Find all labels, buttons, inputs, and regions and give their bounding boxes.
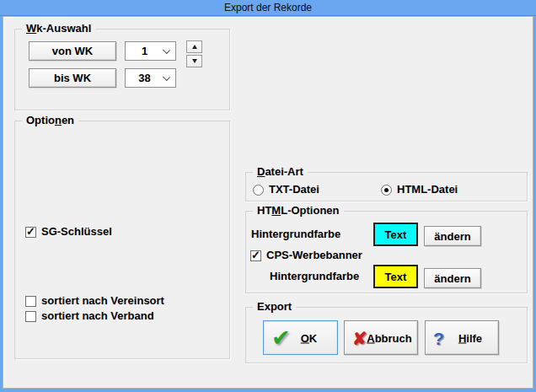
sg-schluessel-label: SG-Schlüssel — [41, 226, 112, 238]
group-optionen: Optionen SG-Schlüssel sortiert nach Vere… — [14, 121, 230, 359]
group-label-export: Export — [253, 300, 296, 314]
titlebar[interactable]: Export der Rekorde — [0, 0, 536, 16]
sg-schluessel-checkbox-row[interactable]: SG-Schlüssel — [25, 226, 112, 238]
aendern-button-2[interactable]: ändern — [424, 268, 481, 288]
hilfe-button-label: Hilfe — [446, 331, 495, 344]
cps-werbebanner-label: CPS-Werbebanner — [266, 250, 362, 261]
sortiert-verband-checkbox[interactable] — [25, 311, 36, 322]
sortiert-verband-checkbox-row[interactable]: sortiert nach Verband — [25, 310, 154, 322]
hintergrundfarbe-label-1: Hintergrundfarbe — [251, 228, 340, 240]
export-dialog-window: Export der Rekorde Wk-Auswahl von WK 1 b… — [0, 0, 536, 392]
sortiert-vereinsort-label: sortiert nach Vereinsort — [41, 295, 164, 307]
group-label-html-optionen: HTML-Optionen — [253, 204, 344, 217]
html-datei-radio-row[interactable]: HTML-Datei — [381, 184, 458, 196]
sortiert-verband-label: sortiert nach Verband — [41, 310, 154, 322]
txt-datei-radio[interactable] — [253, 185, 264, 196]
cps-werbebanner-checkbox[interactable] — [250, 250, 261, 261]
sortiert-vereinsort-checkbox-row[interactable]: sortiert nach Vereinsort — [25, 295, 164, 307]
window-title: Export der Rekorde — [224, 2, 312, 13]
ok-button[interactable]: ✔ OK — [263, 320, 338, 355]
group-label-optionen: Optionen — [22, 114, 78, 127]
group-label-wk-auswahl: Wk-Auswahl — [22, 22, 95, 35]
hintergrundfarbe-row-1: Hintergrundfarbe — [251, 228, 340, 240]
question-mark-icon: ? — [433, 329, 444, 346]
down-arrow-icon — [192, 59, 197, 63]
spinner-up-button[interactable] — [186, 40, 202, 53]
abbruch-button[interactable]: ✘ Abbruch — [344, 320, 418, 355]
abbruch-button-label: Abbruch — [365, 331, 414, 344]
txt-datei-label: TXT-Datei — [269, 184, 319, 196]
hintergrundfarbe-swatch-2: Text — [373, 265, 418, 288]
bis-wk-button[interactable]: bis WK — [29, 68, 116, 88]
hilfe-button[interactable]: ? Hilfe — [425, 320, 499, 355]
ok-button-label: OK — [284, 331, 334, 344]
hintergrundfarbe-label-2: Hintergrundfarbe — [270, 271, 359, 282]
group-datei-art: Datei-Art TXT-Datei HTML-Datei — [245, 172, 528, 201]
aendern-button-1[interactable]: ändern — [424, 226, 481, 246]
html-datei-radio[interactable] — [381, 185, 392, 196]
sg-schluessel-checkbox[interactable] — [25, 227, 36, 238]
dialog-body: Wk-Auswahl von WK 1 bis WK 38 Optionen S… — [3, 16, 533, 389]
sortiert-vereinsort-checkbox[interactable] — [25, 296, 36, 307]
wk-spinner — [186, 40, 202, 67]
von-wk-select[interactable]: 1 — [125, 41, 176, 61]
hintergrundfarbe-row-2: Hintergrundfarbe — [270, 271, 359, 282]
group-label-datei-art: Datei-Art — [253, 165, 308, 179]
cps-werbebanner-checkbox-row[interactable]: CPS-Werbebanner — [250, 250, 362, 261]
von-wk-button[interactable]: von WK — [29, 41, 116, 61]
group-wk-auswahl: Wk-Auswahl von WK 1 bis WK 38 — [14, 29, 230, 110]
group-export: Export ✔ OK ✘ Abbruch ? Hilfe — [245, 307, 528, 363]
html-datei-label: HTML-Datei — [397, 184, 458, 196]
txt-datei-radio-row[interactable]: TXT-Datei — [253, 184, 319, 196]
bis-wk-select[interactable]: 38 — [125, 68, 176, 88]
group-html-optionen: HTML-Optionen Hintergrundfarbe Text ände… — [245, 211, 528, 293]
hintergrundfarbe-swatch-1: Text — [373, 223, 418, 246]
spinner-down-button[interactable] — [186, 55, 202, 67]
up-arrow-icon — [192, 45, 197, 49]
